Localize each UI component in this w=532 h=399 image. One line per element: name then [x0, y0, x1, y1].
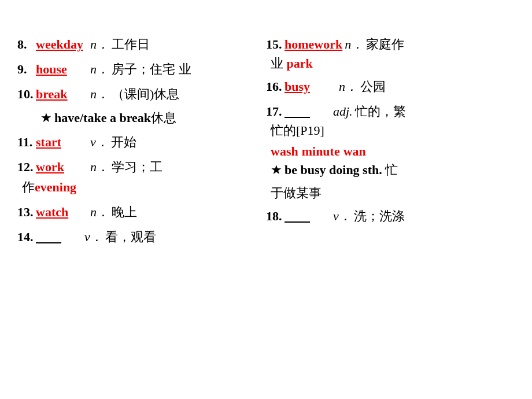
- entry-park-word: park: [287, 56, 313, 71]
- entry-14-word: [36, 227, 82, 246]
- entry-17-word: [285, 102, 331, 121]
- entry-8: 8. weekday n． 工作日: [17, 35, 266, 54]
- entry-15-def2: 业: [271, 56, 287, 71]
- entry-9: 9. house n． 房子；住宅 业: [17, 60, 266, 79]
- entry-11-number: 11.: [17, 132, 36, 152]
- right-column: 15. homework n． 家庭作 业 park 16. busy n． 公…: [266, 35, 520, 252]
- entry-8-def: 工作日: [112, 35, 150, 54]
- entry-13-pos: n．: [90, 202, 109, 221]
- entry-14-number: 14.: [17, 227, 36, 246]
- entry-13-word: watch: [36, 202, 88, 221]
- entry-11-def: 开始: [111, 132, 136, 152]
- entry-17-number: 17.: [266, 102, 285, 121]
- entry-15-number: 15.: [266, 35, 285, 54]
- entry-9-word: house: [36, 60, 88, 79]
- entry-15-word: homework: [285, 35, 342, 54]
- entry-18: 18. v． 洗；洗涤: [266, 206, 520, 226]
- entry-12-def2: 作: [22, 178, 35, 197]
- entry-16-number: 16.: [266, 77, 285, 96]
- entry-9-pos: n．: [90, 60, 109, 79]
- entry-18-def: 洗；洗涤: [354, 206, 405, 226]
- entry-15: 15. homework n． 家庭作: [266, 35, 520, 54]
- entry-16-word: busy: [285, 77, 337, 96]
- entry-18-pos: v．: [333, 206, 352, 226]
- entry-11-pos: v．: [90, 132, 109, 152]
- star-busy-def: 于做某事: [271, 186, 322, 200]
- entry-10-word: break: [36, 84, 88, 104]
- entry-12-word: work: [36, 157, 88, 176]
- entry-wash-word: wash: [271, 144, 298, 159]
- entry-15-cont: 业 park: [266, 55, 520, 72]
- entry-16: 16. busy n． 公园: [266, 77, 520, 96]
- entry-9-number: 9.: [17, 60, 36, 79]
- left-column: 8. weekday n． 工作日 9. house n． 房子；住宅 业 10…: [17, 35, 266, 252]
- entry-15-pos: n．: [345, 35, 364, 54]
- entry-18-number: 18.: [266, 206, 285, 226]
- star-icon: ★: [40, 110, 52, 125]
- entry-17-cont: 忙的[P19]: [266, 122, 520, 139]
- entry-16-def: 公园: [360, 77, 386, 96]
- entry-12-cont: 作 evening: [17, 178, 266, 197]
- entry-17-def: 忙的，繁: [355, 102, 406, 121]
- entry-12-number: 12.: [17, 157, 36, 176]
- entry-minute-word: minute: [302, 144, 340, 159]
- entry-10-def: （课间)休息: [112, 84, 179, 104]
- entry-11-word: start: [36, 132, 88, 152]
- entry-10-pos: n．: [90, 84, 109, 104]
- entry-13-def: 晚上: [112, 202, 137, 221]
- entry-15-def: 家庭作: [366, 35, 404, 54]
- overlay-words: wash minute wan: [266, 144, 520, 159]
- entry-10: 10. break n． （课间)休息: [17, 84, 266, 104]
- entry-evening-word: evening: [35, 178, 76, 197]
- star-entry-busy: ★ be busy doing sth. 忙: [266, 161, 520, 179]
- entry-12: 12. work n． 学习；工: [17, 157, 266, 176]
- entry-13: 13. watch n． 晚上: [17, 202, 266, 221]
- entry-13-number: 13.: [17, 202, 36, 221]
- entry-17-pos: adj.: [333, 102, 353, 121]
- entry-8-word: weekday: [36, 35, 88, 54]
- main-content: 8. weekday n． 工作日 9. house n． 房子；住宅 业 10…: [17, 35, 520, 252]
- entry-12-def: 学习；工: [112, 157, 162, 176]
- star-text-break: have/take a break休息: [54, 109, 176, 127]
- entry-14: 14. v． 看，观看: [17, 227, 266, 246]
- entry-8-number: 8.: [17, 35, 36, 54]
- entry-14-def: 看，观看: [105, 227, 156, 246]
- entry-8-pos: n．: [90, 35, 109, 54]
- star-text-busy: be busy doing sth. 忙: [285, 161, 398, 179]
- entry-10-number: 10.: [17, 84, 36, 104]
- entry-9-def: 房子；住宅 业: [112, 60, 191, 79]
- entry-11: 11. start v． 开始: [17, 132, 266, 152]
- entry-16-pos: n．: [339, 77, 358, 96]
- star-entry-break: ★ have/take a break休息: [17, 109, 266, 127]
- star-icon-2: ★: [271, 162, 282, 178]
- entry-12-pos: n．: [90, 157, 109, 176]
- entry-18-word: [285, 206, 331, 226]
- entry-wan-word: wan: [343, 144, 366, 159]
- entry-17: 17. adj. 忙的，繁: [266, 102, 520, 121]
- star-busy-cont: 于做某事: [266, 184, 520, 202]
- entry-14-pos: v．: [84, 227, 103, 246]
- entry-17-def2: 忙的[P19]: [271, 123, 324, 138]
